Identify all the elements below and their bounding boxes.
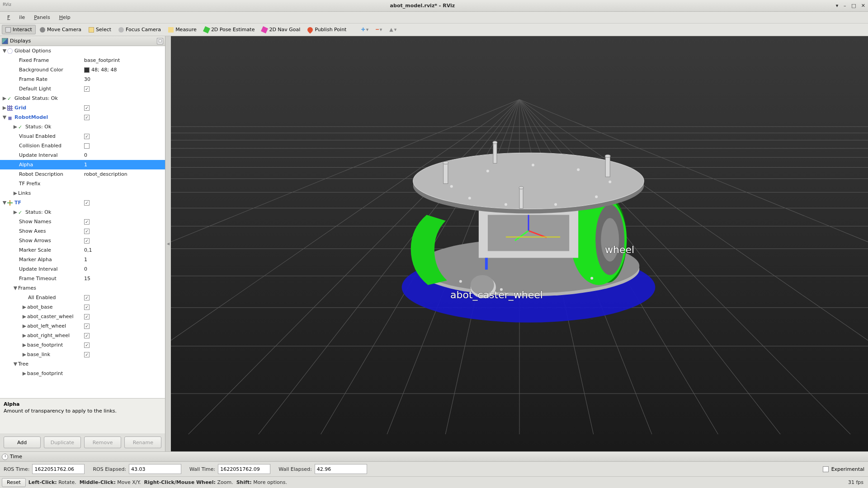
minimize-button[interactable]: ▾ — [836, 3, 839, 9]
checkbox[interactable] — [84, 314, 90, 319]
tool-move-camera[interactable]: Move Camera — [37, 25, 85, 34]
tree-links[interactable]: ▶Links — [0, 188, 165, 198]
expand-icon[interactable]: ▼ — [2, 114, 7, 120]
checkbox[interactable] — [84, 324, 90, 329]
tree-tree[interactable]: ▼Tree — [0, 359, 165, 369]
tree-frame-abot-base[interactable]: ▶abot_base — [0, 302, 165, 312]
tree-marker-alpha[interactable]: Marker Alpha1 — [0, 255, 165, 264]
tool-publish-point[interactable]: Publish Point — [304, 25, 349, 34]
tree-frame-abot-right-wheel[interactable]: ▶abot_right_wheel — [0, 331, 165, 340]
expand-icon[interactable]: ▶ — [13, 209, 18, 215]
menu-help[interactable]: Help — [55, 13, 75, 22]
tree-frame-base-footprint[interactable]: ▶base_footprint — [0, 340, 165, 350]
tree-tf[interactable]: ▼TF — [0, 198, 165, 207]
restore-button[interactable]: – — [844, 3, 846, 9]
tree-global-options[interactable]: ▼Global Options — [0, 46, 165, 56]
rename-button[interactable]: Rename — [124, 436, 161, 448]
expand-icon[interactable]: ▶ — [22, 342, 27, 348]
tree-show-arrows[interactable]: Show Arrows — [0, 236, 165, 245]
expand-icon[interactable]: ▶ — [2, 95, 7, 101]
expand-icon[interactable]: ▶ — [13, 124, 18, 130]
tree-rm-status[interactable]: ▶Status: Ok — [0, 122, 165, 131]
tree-visual-enabled[interactable]: Visual Enabled — [0, 131, 165, 141]
tree-frame-abot-left-wheel[interactable]: ▶abot_left_wheel — [0, 321, 165, 331]
tool-focus-camera[interactable]: Focus Camera — [115, 25, 164, 34]
expand-icon[interactable]: ▶ — [2, 105, 7, 111]
tool-2d-nav-goal[interactable]: 2D Nav Goal — [259, 25, 303, 34]
expand-icon[interactable]: ▼ — [2, 200, 7, 206]
tool-remove-display[interactable]: ━▾ — [373, 25, 385, 34]
tree-show-names[interactable]: Show Names — [0, 217, 165, 226]
add-button[interactable]: Add — [4, 436, 41, 448]
expand-icon[interactable]: ▶ — [22, 304, 27, 310]
expand-icon[interactable]: ▶ — [22, 352, 27, 357]
tool-options[interactable]: ▲▾ — [386, 25, 400, 34]
tree-marker-scale[interactable]: Marker Scale0,1 — [0, 245, 165, 255]
tree-grid[interactable]: ▶Grid — [0, 103, 165, 113]
duplicate-button[interactable]: Duplicate — [44, 436, 81, 448]
tool-add-display[interactable]: ✚▾ — [358, 25, 372, 34]
tree-frame-rate[interactable]: Frame Rate30 — [0, 75, 165, 84]
reset-button[interactable]: Reset — [2, 478, 26, 487]
checkbox[interactable] — [84, 229, 90, 234]
close-button[interactable]: ✕ — [861, 3, 865, 9]
expand-icon[interactable]: ▼ — [13, 361, 18, 367]
checkbox[interactable] — [84, 115, 90, 120]
checkbox[interactable] — [84, 86, 90, 92]
tree-global-status[interactable]: ▶Global Status: Ok — [0, 94, 165, 103]
menu-file[interactable]: File — [3, 13, 29, 22]
displays-tree[interactable]: ▼Global Options Fixed Framebase_footprin… — [0, 46, 165, 398]
checkbox[interactable] — [84, 143, 90, 149]
tree-tree-base-footprint[interactable]: ▶base_footprint — [0, 369, 165, 378]
displays-panel-close[interactable]: □ — [157, 38, 163, 44]
tree-background-color[interactable]: Background Color48; 48; 48 — [0, 65, 165, 75]
maximize-button[interactable]: □ — [851, 3, 856, 9]
checkbox[interactable] — [84, 134, 90, 139]
ros-elapsed-input[interactable] — [129, 464, 181, 474]
checkbox[interactable] — [84, 352, 90, 357]
checkbox[interactable] — [84, 238, 90, 244]
checkbox[interactable] — [84, 333, 90, 338]
tree-alpha[interactable]: Alpha1 — [0, 160, 165, 169]
wall-elapsed-input[interactable] — [315, 464, 367, 474]
tool-2d-pose-estimate[interactable]: 2D Pose Estimate — [201, 25, 258, 34]
expand-icon[interactable]: ▶ — [22, 314, 27, 319]
tool-interact[interactable]: Interact — [2, 25, 36, 34]
tree-all-enabled[interactable]: All Enabled — [0, 293, 165, 302]
expand-icon[interactable]: ▶ — [22, 323, 27, 329]
checkbox[interactable] — [84, 105, 90, 111]
checkbox[interactable] — [84, 219, 90, 225]
tree-default-light[interactable]: Default Light — [0, 84, 165, 94]
checkbox[interactable] — [84, 343, 90, 348]
menu-panels[interactable]: Panels — [29, 13, 54, 22]
tree-frame-abot-caster-wheel[interactable]: ▶abot_caster_wheel — [0, 312, 165, 321]
tree-robot-description[interactable]: Robot Descriptionrobot_description — [0, 169, 165, 179]
tool-measure[interactable]: Measure — [165, 25, 200, 34]
tree-tf-update-interval[interactable]: Update Interval0 — [0, 264, 165, 274]
expand-icon[interactable]: ▼ — [2, 48, 7, 54]
tree-tf-status[interactable]: ▶Status: Ok — [0, 207, 165, 217]
tree-show-axes[interactable]: Show Axes — [0, 226, 165, 236]
tree-frames[interactable]: ▼Frames — [0, 283, 165, 293]
experimental-checkbox[interactable] — [823, 466, 829, 472]
expand-icon[interactable]: ▼ — [13, 285, 18, 291]
checkbox[interactable] — [84, 200, 90, 206]
3d-viewport[interactable]: abot_caster_wheel wheel — [171, 36, 868, 451]
expand-icon[interactable]: ▶ — [22, 371, 27, 376]
ros-time-input[interactable] — [32, 464, 85, 474]
checkbox[interactable] — [84, 305, 90, 310]
remove-button[interactable]: Remove — [84, 436, 121, 448]
expand-icon[interactable]: ▶ — [13, 190, 18, 196]
tree-robotmodel[interactable]: ▼RobotModel — [0, 113, 165, 122]
expand-icon[interactable]: ▶ — [22, 333, 27, 338]
tree-tf-prefix[interactable]: TF Prefix — [0, 179, 165, 188]
wall-time-input[interactable] — [218, 464, 270, 474]
tree-update-interval[interactable]: Update Interval0 — [0, 150, 165, 160]
tree-fixed-frame[interactable]: Fixed Framebase_footprint — [0, 56, 165, 65]
tree-frame-base-link[interactable]: ▶base_link — [0, 350, 165, 359]
tree-collision-enabled[interactable]: Collision Enabled — [0, 141, 165, 150]
splitter[interactable]: ◀ — [165, 36, 171, 451]
checkbox[interactable] — [84, 295, 90, 300]
tree-frame-timeout[interactable]: Frame Timeout15 — [0, 274, 165, 283]
tool-select[interactable]: Select — [85, 25, 114, 34]
